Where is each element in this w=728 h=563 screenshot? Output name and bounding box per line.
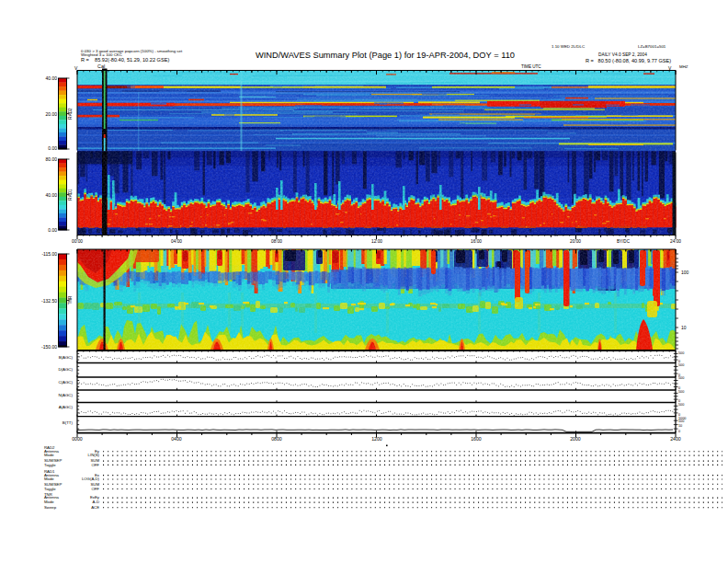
svg-text:OFF: OFF (91, 487, 99, 491)
svg-text:-150.00: -150.00 (41, 344, 57, 350)
svg-text:2400: 2400 (670, 436, 681, 442)
svg-text:OFF: OFF (91, 463, 99, 467)
svg-text:0.00: 0.00 (48, 145, 57, 151)
svg-text:00:00: 00:00 (72, 239, 83, 244)
svg-text:0: 0 (678, 430, 680, 433)
svg-text:24:00: 24:00 (670, 239, 681, 244)
svg-text:RAD2: RAD2 (68, 108, 73, 120)
svg-text:BY/DC: BY/DC (617, 239, 631, 244)
svg-text:500: 500 (678, 351, 684, 355)
svg-text:20:00: 20:00 (570, 239, 581, 244)
svg-text:20.00: 20.00 (45, 111, 57, 117)
svg-text:0400: 0400 (171, 436, 182, 442)
svg-text:1200: 1200 (371, 436, 382, 442)
svg-text:C(AGC): C(AGC) (58, 380, 73, 385)
svg-text:08:00: 08:00 (271, 239, 282, 244)
svg-text:D(AGC): D(AGC) (58, 367, 73, 372)
svg-text:Mode: Mode (44, 477, 54, 481)
svg-text:0: 0 (678, 360, 680, 363)
svg-text:LZ=B7001=501: LZ=B7001=501 (638, 44, 666, 49)
svg-text:1.10 WED 2L/DLC: 1.10 WED 2L/DLC (552, 44, 585, 49)
svg-text:R = 80.50 (-80.08, 40.99, 9.: R = 80.50 (-80.08, 40.99, 9.77 GSE) (586, 58, 671, 63)
svg-text:500: 500 (678, 403, 684, 407)
svg-text:LOG(A,D): LOG(A,D) (82, 477, 100, 481)
svg-text:-132.50: -132.50 (41, 298, 57, 304)
svg-text:N(AGC): N(AGC) (58, 393, 73, 397)
svg-text:Cal: Cal (97, 63, 105, 69)
svg-text:TNR: TNR (68, 295, 73, 304)
svg-text:WIND/WAVES Summary Plot (Page: WIND/WAVES Summary Plot (Page 1) for 19-… (256, 51, 515, 60)
svg-text:MHZ: MHZ (679, 64, 688, 69)
svg-text:Sweep: Sweep (44, 505, 57, 510)
svg-text:0800: 0800 (271, 436, 282, 442)
svg-text:10: 10 (681, 325, 687, 330)
svg-text:B(AGC): B(AGC) (59, 355, 74, 360)
svg-text:Toggle: Toggle (44, 463, 56, 467)
svg-text:16:00: 16:00 (471, 239, 482, 244)
svg-text:A-D: A-D (93, 500, 99, 504)
svg-text:LIN(S): LIN(S) (88, 453, 100, 457)
svg-text:80.00: 80.00 (45, 156, 57, 162)
svg-text:1600: 1600 (471, 436, 482, 442)
svg-text:500: 500 (678, 376, 684, 380)
svg-text:DAILY V4.0 SEP 2, 2004: DAILY V4.0 SEP 2, 2004 (598, 52, 647, 57)
svg-text:Toggle: Toggle (44, 487, 56, 491)
svg-text:-115.00: -115.00 (41, 251, 57, 257)
svg-text:R = 85.92(-80.40, 51.29, 10: R = 85.92(-80.40, 51.29, 10.22 GSE) (81, 57, 169, 63)
svg-text:ACE: ACE (91, 505, 99, 510)
svg-text:Mode: Mode (44, 500, 54, 504)
svg-text:10: 10 (678, 424, 682, 428)
svg-text:500: 500 (678, 390, 684, 394)
svg-text:04:00: 04:00 (171, 239, 182, 244)
svg-text:0000: 0000 (72, 436, 83, 442)
svg-text:40.00: 40.00 (45, 192, 57, 198)
svg-text:RAD1: RAD1 (68, 189, 73, 201)
svg-text:40.00: 40.00 (45, 75, 57, 81)
svg-text:TIME UTC: TIME UTC (521, 64, 541, 69)
svg-text:2000: 2000 (570, 436, 581, 442)
svg-text:100: 100 (681, 270, 689, 275)
svg-text:B(TT): B(TT) (63, 420, 74, 425)
svg-text:0.00: 0.00 (48, 227, 57, 233)
svg-text:100: 100 (678, 419, 684, 423)
svg-text:12:00: 12:00 (371, 239, 382, 244)
svg-text:A(AGC): A(AGC) (59, 405, 74, 409)
svg-text:Mode: Mode (44, 453, 54, 457)
svg-text:500: 500 (678, 363, 684, 367)
